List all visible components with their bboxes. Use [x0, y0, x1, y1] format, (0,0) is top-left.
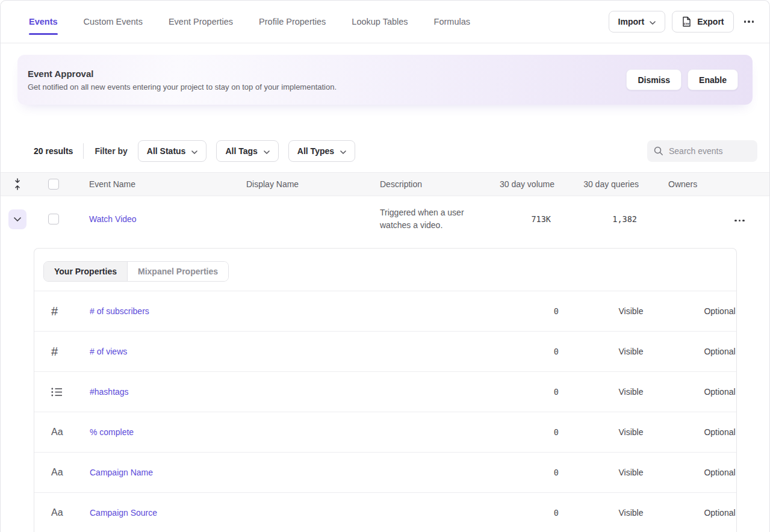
- property-row: Aa Campaign Name 0 Visible Optional: [34, 453, 736, 493]
- property-value: 0: [435, 306, 559, 316]
- tab-your-properties[interactable]: Your Properties: [44, 262, 128, 281]
- column-header-event-name: Event Name: [73, 179, 241, 189]
- properties-tab-switcher: Your Properties Mixpanel Properties: [43, 261, 229, 282]
- lexicon-page: Events Custom Events Event Properties Pr…: [0, 0, 770, 532]
- event-approval-banner: Event Approval Get notified on all new e…: [17, 55, 753, 105]
- import-button-label: Import: [618, 17, 645, 26]
- number-type-icon: #: [51, 345, 58, 357]
- tab-mixpanel-properties[interactable]: Mixpanel Properties: [128, 262, 228, 281]
- enable-button[interactable]: Enable: [688, 69, 738, 90]
- row-checkbox[interactable]: [48, 214, 59, 224]
- tab-profile-properties[interactable]: Profile Properties: [259, 1, 326, 43]
- column-header-display-name: Display Name: [241, 179, 374, 189]
- chevron-down-icon: [14, 217, 21, 221]
- types-filter-dropdown[interactable]: All Types: [288, 140, 355, 162]
- results-count: 20 results: [34, 146, 73, 156]
- list-type-icon: [51, 388, 63, 397]
- property-visibility: Visible: [559, 468, 703, 477]
- property-name-link[interactable]: # of views: [90, 347, 127, 356]
- import-button[interactable]: Import: [609, 11, 666, 32]
- property-name-link[interactable]: # of subscribers: [90, 306, 149, 316]
- row-more-options-button[interactable]: [731, 216, 748, 226]
- property-visibility: Visible: [559, 387, 703, 397]
- property-name-link[interactable]: #hashtags: [90, 387, 129, 397]
- column-header-owners: Owners: [639, 179, 723, 189]
- chevron-down-icon: [650, 17, 656, 26]
- export-button-label: Export: [697, 17, 724, 26]
- column-header-description: Description: [374, 179, 482, 189]
- property-row: # # of views 0 Visible Optional: [34, 332, 736, 372]
- tab-event-properties[interactable]: Event Properties: [169, 1, 233, 43]
- table-row-watch-video: Watch Video Triggered when a user watche…: [1, 196, 769, 242]
- more-options-icon: [744, 20, 747, 23]
- event-name-link[interactable]: Watch Video: [89, 214, 137, 224]
- property-visibility: Visible: [559, 427, 703, 437]
- event-queries: 1,382: [554, 214, 639, 224]
- tags-filter-dropdown[interactable]: All Tags: [216, 140, 278, 162]
- export-button[interactable]: csv Export: [672, 11, 733, 32]
- collapse-all-button[interactable]: [1, 173, 34, 196]
- property-visibility: Visible: [559, 347, 703, 356]
- column-header-queries: 30 day queries: [554, 179, 639, 189]
- chevron-down-icon: [191, 146, 197, 156]
- filter-row: 20 results Filter by All Status All Tags…: [34, 140, 757, 162]
- event-description: Triggered when a user watches a video.: [374, 206, 477, 232]
- property-name-link[interactable]: Campaign Source: [90, 508, 157, 518]
- tab-events[interactable]: Events: [29, 1, 58, 43]
- properties-panel: Your Properties Mixpanel Properties # # …: [34, 248, 737, 532]
- property-requirement: Optional: [703, 306, 736, 316]
- banner-title: Event Approval: [28, 69, 337, 79]
- property-requirement: Optional: [703, 468, 736, 477]
- search-input[interactable]: [647, 140, 757, 162]
- search-icon: [654, 146, 663, 156]
- csv-file-icon: csv: [682, 16, 692, 27]
- dismiss-button[interactable]: Dismiss: [626, 69, 682, 90]
- property-row: Aa % complete 0 Visible Optional: [34, 412, 736, 453]
- property-row: Aa Campaign Source 0 Visible Optional: [34, 493, 736, 532]
- svg-text:csv: csv: [684, 22, 690, 25]
- banner-actions: Dismiss Enable: [626, 69, 738, 90]
- chevron-down-icon: [264, 146, 270, 156]
- more-options-button[interactable]: [741, 17, 758, 26]
- status-filter-label: All Status: [147, 146, 186, 156]
- text-type-icon: Aa: [51, 508, 63, 518]
- text-type-icon: Aa: [51, 468, 63, 477]
- property-name-link[interactable]: Campaign Name: [90, 468, 153, 477]
- property-visibility: Visible: [559, 306, 703, 316]
- search-box: [647, 140, 757, 162]
- topbar-actions: Import csv Export: [609, 11, 757, 32]
- status-filter-dropdown[interactable]: All Status: [138, 140, 207, 162]
- property-requirement: Optional: [703, 427, 736, 437]
- divider: [83, 143, 84, 159]
- tags-filter-label: All Tags: [225, 146, 257, 156]
- top-tab-bar: Events Custom Events Event Properties Pr…: [1, 1, 769, 43]
- main-tabs: Events Custom Events Event Properties Pr…: [29, 1, 470, 43]
- collapse-row-button[interactable]: [8, 209, 26, 229]
- property-requirement: Optional: [703, 508, 736, 518]
- property-value: 0: [435, 387, 559, 397]
- property-value: 0: [435, 347, 559, 356]
- property-value: 0: [435, 427, 559, 437]
- more-options-icon: [734, 220, 737, 222]
- property-value: 0: [435, 508, 559, 518]
- chevron-down-icon: [340, 146, 346, 156]
- tab-lookup-tables[interactable]: Lookup Tables: [352, 1, 408, 43]
- select-all-checkbox[interactable]: [48, 179, 59, 190]
- tab-custom-events[interactable]: Custom Events: [84, 1, 143, 43]
- property-name-link[interactable]: % complete: [90, 427, 134, 437]
- property-value: 0: [435, 468, 559, 477]
- text-type-icon: Aa: [51, 427, 63, 437]
- events-table-header: Event Name Display Name Description 30 d…: [1, 172, 769, 196]
- types-filter-label: All Types: [297, 146, 334, 156]
- properties-tabs-section: Your Properties Mixpanel Properties: [34, 249, 736, 291]
- event-volume: 713K: [482, 214, 554, 224]
- banner-description: Get notified on all new events entering …: [28, 82, 337, 91]
- tab-formulas[interactable]: Formulas: [434, 1, 470, 43]
- property-requirement: Optional: [703, 347, 736, 356]
- number-type-icon: #: [51, 305, 58, 317]
- property-visibility: Visible: [559, 508, 703, 518]
- column-header-volume: 30 day volume: [482, 179, 554, 189]
- property-row: # # of subscribers 0 Visible Optional: [34, 291, 736, 332]
- filter-by-label: Filter by: [95, 146, 127, 156]
- property-requirement: Optional: [703, 387, 736, 397]
